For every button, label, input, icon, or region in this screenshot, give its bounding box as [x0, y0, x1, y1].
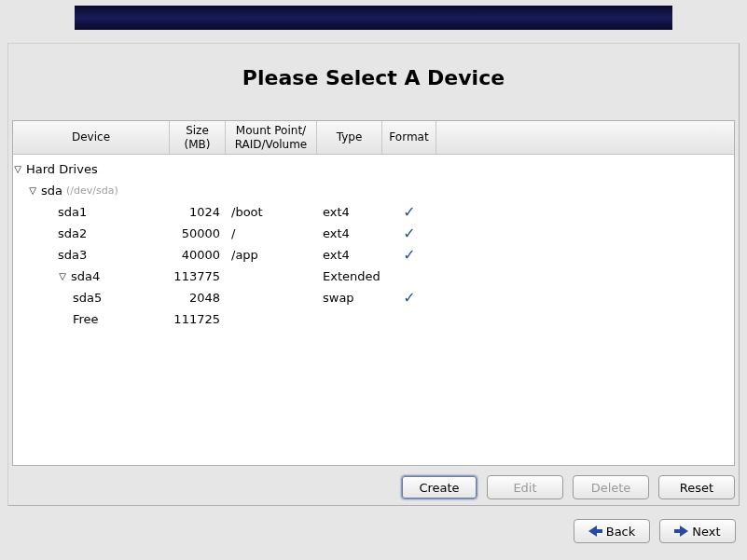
- cell-device: ▽sda (/dev/sda): [13, 184, 170, 198]
- cell-mount: /app: [226, 248, 317, 262]
- reset-button[interactable]: Reset: [658, 475, 735, 499]
- delete-button: Delete: [573, 475, 649, 499]
- device-name: sda2: [58, 226, 87, 240]
- action-buttons: Create Edit Delete Reset: [12, 475, 735, 499]
- next-button[interactable]: Next: [659, 519, 736, 543]
- cell-device: ▽Hard Drives: [13, 162, 170, 176]
- col-size[interactable]: Size (MB): [170, 121, 226, 154]
- table-row[interactable]: Free111725: [13, 308, 734, 330]
- cell-device: ▽sda4: [13, 269, 170, 283]
- expander-icon[interactable]: ▽: [58, 271, 67, 281]
- cell-device: Free: [13, 312, 170, 326]
- back-label: Back: [606, 525, 636, 539]
- expander-icon[interactable]: ▽: [28, 185, 37, 196]
- create-button[interactable]: Create: [401, 475, 477, 499]
- expander-icon[interactable]: ▽: [13, 164, 22, 174]
- cell-type: swap: [317, 291, 382, 305]
- cell-format: ✓: [382, 289, 436, 307]
- cell-format: ✓: [382, 225, 436, 242]
- cell-mount: /boot: [226, 205, 317, 219]
- cell-device: sda5: [13, 291, 170, 305]
- cell-format: ✓: [382, 246, 436, 264]
- device-name: sda5: [73, 291, 102, 305]
- table-row[interactable]: ▽Hard Drives: [13, 158, 734, 180]
- page-title: Please Select A Device: [8, 44, 739, 114]
- cell-type: ext4: [317, 205, 382, 219]
- cell-type: ext4: [317, 248, 382, 262]
- cell-size: 50000: [170, 226, 226, 240]
- device-name: sda: [41, 184, 62, 198]
- next-label: Next: [692, 525, 720, 539]
- cell-size: 1024: [170, 205, 226, 219]
- main-panel: Please Select A Device Device Size (MB) …: [7, 43, 740, 506]
- check-icon: ✓: [403, 289, 415, 307]
- device-name: Free: [73, 312, 99, 326]
- cell-device: sda1: [13, 205, 170, 219]
- cell-type: ext4: [317, 226, 382, 240]
- cell-device: sda3: [13, 248, 170, 262]
- col-format[interactable]: Format: [382, 121, 436, 154]
- device-name: sda1: [58, 205, 87, 219]
- col-type[interactable]: Type: [317, 121, 382, 154]
- check-icon: ✓: [403, 246, 415, 264]
- check-icon: ✓: [403, 225, 415, 242]
- table-row[interactable]: sda250000/ext4✓: [13, 223, 734, 244]
- device-name: sda3: [58, 248, 87, 262]
- edit-button: Edit: [487, 475, 563, 499]
- nav-buttons: Back Next: [574, 519, 736, 543]
- col-device[interactable]: Device: [13, 121, 170, 154]
- arrow-left-icon: [588, 526, 602, 537]
- device-name: sda4: [71, 269, 100, 283]
- table-header: Device Size (MB) Mount Point/ RAID/Volum…: [13, 121, 734, 155]
- table-row[interactable]: ▽sda4113775Extended: [13, 266, 734, 287]
- check-icon: ✓: [403, 203, 415, 221]
- device-name: Hard Drives: [26, 162, 98, 176]
- cell-mount: /: [226, 226, 317, 240]
- cell-device: sda2: [13, 226, 170, 240]
- table-row[interactable]: ▽sda (/dev/sda): [13, 180, 734, 201]
- arrow-right-icon: [674, 526, 688, 537]
- col-mount[interactable]: Mount Point/ RAID/Volume: [226, 121, 317, 154]
- cell-type: Extended: [317, 269, 382, 283]
- back-button[interactable]: Back: [574, 519, 650, 543]
- table-row[interactable]: sda11024/bootext4✓: [13, 201, 734, 223]
- cell-size: 2048: [170, 291, 226, 305]
- table-body: ▽Hard Drives▽sda (/dev/sda)sda11024/boot…: [13, 155, 734, 330]
- device-table: Device Size (MB) Mount Point/ RAID/Volum…: [12, 120, 735, 466]
- window-title-bar: [75, 6, 672, 30]
- table-row[interactable]: sda340000/appext4✓: [13, 244, 734, 266]
- cell-format: ✓: [382, 203, 436, 221]
- device-path: (/dev/sda): [66, 184, 118, 197]
- table-row[interactable]: sda52048swap✓: [13, 287, 734, 308]
- cell-size: 113775: [170, 269, 226, 283]
- cell-size: 111725: [170, 312, 226, 326]
- cell-size: 40000: [170, 248, 226, 262]
- col-spacer: [436, 121, 734, 154]
